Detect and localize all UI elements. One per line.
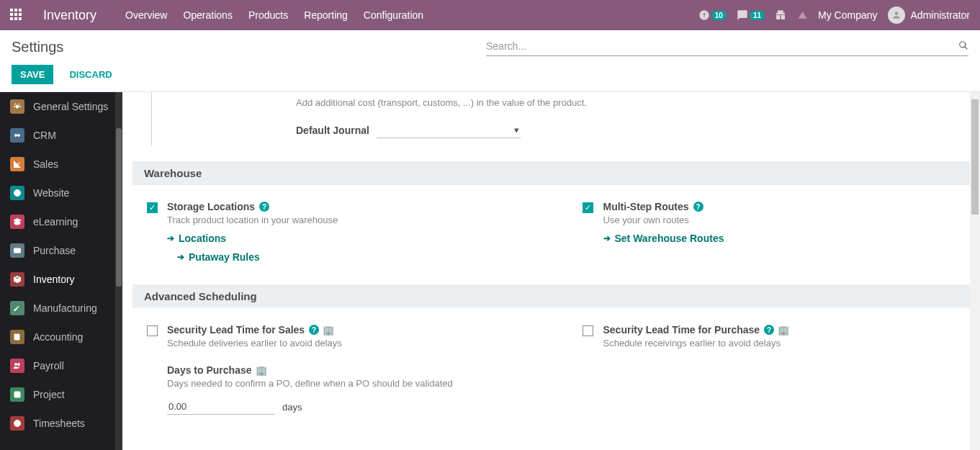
- option-security-lead-sales: Security Lead Time for Sales ? 🏢 Schedul…: [137, 318, 544, 420]
- security-lead-purchase-checkbox[interactable]: [583, 325, 593, 336]
- sidebar-item-label: eLearning: [33, 216, 78, 228]
- menu-reporting[interactable]: Reporting: [304, 9, 348, 21]
- users-icon: [10, 359, 24, 373]
- sidebar-item-general-settings[interactable]: General Settings: [0, 92, 122, 121]
- support-icon[interactable]: [796, 9, 808, 21]
- content-scrollbar[interactable]: [970, 92, 980, 450]
- box-icon: [10, 272, 24, 287]
- sidebar-item-label: Manufacturing: [33, 302, 97, 314]
- top-menu: Overview Operations Products Reporting C…: [125, 9, 423, 21]
- settings-sidebar: General SettingsCRMSalesWebsiteeLearning…: [0, 92, 122, 450]
- menu-products[interactable]: Products: [248, 9, 288, 21]
- sidebar-item-inventory[interactable]: Inventory: [0, 265, 122, 294]
- svg-point-3: [18, 364, 20, 366]
- card-icon: [10, 243, 24, 258]
- set-warehouse-routes-link[interactable]: ➔Set Warehouse Routes: [603, 233, 981, 244]
- sidebar-item-website[interactable]: Website: [0, 179, 122, 207]
- days-unit: days: [282, 402, 302, 413]
- option-security-lead-purchase: Security Lead Time for Purchase ? 🏢 Sche…: [573, 318, 981, 420]
- wrench-icon: [10, 301, 24, 315]
- page-title: Settings: [12, 39, 63, 55]
- sidebar-item-label: Timesheets: [33, 418, 85, 429]
- book-icon: [10, 330, 24, 344]
- sidebar-item-timesheets[interactable]: Timesheets: [0, 409, 122, 438]
- section-warehouse: Warehouse: [132, 161, 970, 185]
- default-journal-select[interactable]: ▾: [377, 122, 521, 138]
- help-icon[interactable]: ?: [693, 202, 703, 212]
- sidebar-item-label: Website: [33, 187, 69, 199]
- svg-point-2: [15, 364, 17, 366]
- enterprise-icon: 🏢: [256, 365, 266, 375]
- messages-icon[interactable]: 11: [737, 9, 765, 21]
- sidebar-item-label: Project: [33, 389, 65, 400]
- avatar-icon: [888, 6, 905, 24]
- settings-content: Add additional cost (transport, customs,…: [122, 92, 980, 450]
- days-to-purchase-title: Days to Purchase: [167, 364, 252, 376]
- security-lead-sales-checkbox[interactable]: [147, 325, 158, 336]
- discard-button[interactable]: DISCARD: [60, 65, 120, 84]
- globe-icon: [10, 186, 24, 200]
- arrow-icon: ➔: [167, 233, 174, 243]
- search-icon[interactable]: [958, 40, 968, 53]
- activities-icon[interactable]: 10: [698, 9, 727, 21]
- multistep-routes-checkbox[interactable]: [583, 202, 593, 213]
- search-box[interactable]: [486, 37, 968, 56]
- grad-icon: [10, 215, 24, 229]
- sidebar-item-payroll[interactable]: Payroll: [0, 351, 122, 380]
- sidebar-item-label: Payroll: [33, 360, 64, 372]
- days-to-purchase-input[interactable]: [167, 399, 275, 415]
- security-lead-purchase-title: Security Lead Time for Purchase: [603, 324, 760, 336]
- check-icon: [10, 387, 24, 402]
- sidebar-item-label: CRM: [33, 130, 56, 141]
- arrow-icon: ➔: [603, 233, 611, 243]
- storage-locations-checkbox[interactable]: [147, 202, 158, 213]
- option-multistep-routes: Multi-Step Routes ? Use your own routes …: [573, 195, 981, 269]
- user-name: Administrator: [911, 9, 970, 21]
- sidebar-item-purchase[interactable]: Purchase: [0, 236, 122, 265]
- svg-rect-1: [14, 248, 21, 253]
- security-lead-purchase-desc: Schedule receivings earlier to avoid del…: [603, 338, 981, 348]
- multistep-routes-desc: Use your own routes: [603, 215, 981, 225]
- activities-badge: 10: [711, 11, 727, 20]
- topbar-right: 10 11 My Company Administrator: [698, 6, 970, 24]
- sidebar-scrollbar[interactable]: [115, 92, 122, 450]
- gift-icon[interactable]: [775, 9, 786, 21]
- save-button[interactable]: SAVE: [12, 65, 53, 84]
- help-icon[interactable]: ?: [764, 325, 774, 335]
- search-input[interactable]: [486, 37, 958, 55]
- menu-operations[interactable]: Operations: [183, 9, 232, 21]
- locations-link[interactable]: ➔Locations: [167, 233, 544, 244]
- user-menu[interactable]: Administrator: [888, 6, 970, 24]
- landed-cost-desc: Add additional cost (transport, customs,…: [296, 96, 951, 109]
- sidebar-item-project[interactable]: Project: [0, 380, 122, 409]
- help-icon[interactable]: ?: [309, 325, 319, 335]
- sidebar-item-sales[interactable]: Sales: [0, 150, 122, 179]
- security-lead-sales-desc: Schedule deliveries earlier to avoid del…: [167, 338, 544, 348]
- security-lead-sales-title: Security Lead Time for Sales: [167, 324, 305, 336]
- sidebar-item-crm[interactable]: CRM: [0, 121, 122, 150]
- storage-locations-desc: Track product location in your warehouse: [167, 215, 544, 225]
- app-title[interactable]: Inventory: [43, 8, 96, 23]
- putaway-rules-link[interactable]: ➔Putaway Rules: [177, 251, 544, 263]
- apps-icon[interactable]: [10, 9, 23, 22]
- menu-configuration[interactable]: Configuration: [364, 9, 423, 21]
- sidebar-item-elearning[interactable]: eLearning: [0, 207, 122, 236]
- sidebar-item-label: Inventory: [33, 274, 75, 285]
- company-switcher[interactable]: My Company: [818, 9, 877, 21]
- enterprise-icon: 🏢: [778, 325, 788, 335]
- sidebar-item-manufacturing[interactable]: Manufacturing: [0, 294, 122, 323]
- body: General SettingsCRMSalesWebsiteeLearning…: [0, 92, 980, 450]
- option-storage-locations: Storage Locations ? Track product locati…: [137, 195, 544, 269]
- enterprise-icon: 🏢: [323, 325, 333, 335]
- sidebar-item-accounting[interactable]: Accounting: [0, 323, 122, 351]
- gear-icon: [10, 99, 24, 114]
- messages-badge: 11: [750, 11, 765, 20]
- sidebar-item-label: Sales: [33, 158, 58, 170]
- chart-icon: [10, 157, 24, 171]
- topbar: Inventory Overview Operations Products R…: [0, 0, 980, 30]
- section-advanced-scheduling: Advanced Scheduling: [132, 284, 970, 308]
- chevron-down-icon: ▾: [514, 125, 519, 135]
- menu-overview[interactable]: Overview: [125, 9, 167, 21]
- help-icon[interactable]: ?: [259, 202, 269, 212]
- arrow-icon: ➔: [177, 252, 184, 262]
